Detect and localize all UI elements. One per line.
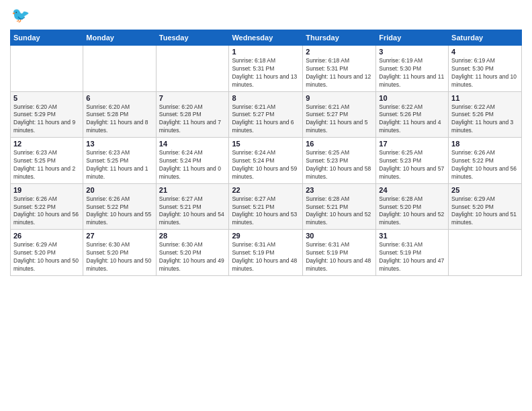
day-info: Sunrise: 6:20 AM Sunset: 5:29 PM Dayligh…	[13, 103, 80, 136]
calendar-header-row: SundayMondayTuesdayWednesdayThursdayFrid…	[11, 30, 522, 46]
day-number: 4	[451, 48, 519, 56]
day-info: Sunrise: 6:31 AM Sunset: 5:19 PM Dayligh…	[232, 241, 300, 273]
day-info: Sunrise: 6:20 AM Sunset: 5:28 PM Dayligh…	[86, 103, 152, 136]
day-info: Sunrise: 6:23 AM Sunset: 5:25 PM Dayligh…	[13, 149, 80, 181]
calendar-cell: 2Sunrise: 6:18 AM Sunset: 5:31 PM Daylig…	[303, 46, 376, 92]
day-info: Sunrise: 6:25 AM Sunset: 5:23 PM Dayligh…	[306, 149, 373, 181]
calendar-cell: 29Sunrise: 6:31 AM Sunset: 5:19 PM Dayli…	[229, 230, 303, 276]
day-info: Sunrise: 6:29 AM Sunset: 5:20 PM Dayligh…	[13, 241, 80, 273]
day-number: 30	[306, 232, 373, 240]
day-number: 17	[379, 140, 445, 148]
day-info: Sunrise: 6:21 AM Sunset: 5:27 PM Dayligh…	[306, 103, 373, 136]
day-number: 25	[451, 186, 519, 194]
calendar-cell: 4Sunrise: 6:19 AM Sunset: 5:30 PM Daylig…	[449, 46, 522, 92]
day-number: 9	[306, 94, 373, 102]
day-info: Sunrise: 6:29 AM Sunset: 5:20 PM Dayligh…	[451, 195, 519, 228]
weekday-header: Friday	[376, 30, 449, 46]
calendar-week-row: 1Sunrise: 6:18 AM Sunset: 5:31 PM Daylig…	[11, 46, 522, 92]
calendar-week-row: 19Sunrise: 6:26 AM Sunset: 5:22 PM Dayli…	[11, 183, 522, 230]
day-info: Sunrise: 6:22 AM Sunset: 5:26 PM Dayligh…	[451, 103, 519, 136]
day-info: Sunrise: 6:31 AM Sunset: 5:19 PM Dayligh…	[379, 241, 445, 273]
day-number: 28	[159, 232, 226, 240]
day-number: 8	[232, 94, 300, 102]
calendar-cell: 31Sunrise: 6:31 AM Sunset: 5:19 PM Dayli…	[376, 230, 449, 276]
day-info: Sunrise: 6:30 AM Sunset: 5:20 PM Dayligh…	[86, 241, 152, 273]
calendar-cell: 19Sunrise: 6:26 AM Sunset: 5:22 PM Dayli…	[11, 183, 83, 230]
calendar-cell: 12Sunrise: 6:23 AM Sunset: 5:25 PM Dayli…	[11, 138, 83, 184]
calendar-week-row: 12Sunrise: 6:23 AM Sunset: 5:25 PM Dayli…	[11, 138, 522, 184]
day-number: 3	[379, 48, 445, 56]
calendar-cell: 3Sunrise: 6:19 AM Sunset: 5:30 PM Daylig…	[376, 46, 449, 92]
weekday-header: Tuesday	[156, 30, 229, 46]
calendar-cell: 23Sunrise: 6:28 AM Sunset: 5:21 PM Dayli…	[303, 183, 376, 230]
calendar-cell: 10Sunrise: 6:22 AM Sunset: 5:26 PM Dayli…	[376, 91, 449, 138]
calendar-cell: 24Sunrise: 6:28 AM Sunset: 5:20 PM Dayli…	[376, 183, 449, 230]
calendar-cell: 8Sunrise: 6:21 AM Sunset: 5:27 PM Daylig…	[229, 91, 303, 138]
day-info: Sunrise: 6:22 AM Sunset: 5:26 PM Dayligh…	[379, 103, 445, 136]
day-number: 20	[86, 186, 152, 194]
calendar-cell: 26Sunrise: 6:29 AM Sunset: 5:20 PM Dayli…	[11, 230, 83, 276]
day-info: Sunrise: 6:20 AM Sunset: 5:28 PM Dayligh…	[159, 103, 226, 136]
calendar-cell: 21Sunrise: 6:27 AM Sunset: 5:21 PM Dayli…	[156, 183, 229, 230]
calendar-cell: 27Sunrise: 6:30 AM Sunset: 5:20 PM Dayli…	[83, 230, 156, 276]
calendar-cell: 17Sunrise: 6:25 AM Sunset: 5:23 PM Dayli…	[376, 138, 449, 184]
weekday-header: Saturday	[449, 30, 522, 46]
day-info: Sunrise: 6:19 AM Sunset: 5:30 PM Dayligh…	[379, 57, 445, 89]
calendar-week-row: 26Sunrise: 6:29 AM Sunset: 5:20 PM Dayli…	[11, 230, 522, 276]
day-info: Sunrise: 6:25 AM Sunset: 5:23 PM Dayligh…	[379, 149, 445, 181]
day-info: Sunrise: 6:26 AM Sunset: 5:22 PM Dayligh…	[13, 195, 80, 228]
weekday-header: Thursday	[303, 30, 376, 46]
calendar-cell: 22Sunrise: 6:27 AM Sunset: 5:21 PM Dayli…	[229, 183, 303, 230]
day-number: 7	[159, 94, 226, 102]
calendar-cell	[83, 46, 156, 92]
day-number: 2	[306, 48, 373, 56]
day-number: 19	[13, 186, 80, 194]
day-number: 22	[232, 186, 300, 194]
day-info: Sunrise: 6:31 AM Sunset: 5:19 PM Dayligh…	[306, 241, 373, 273]
calendar-table: SundayMondayTuesdayWednesdayThursdayFrid…	[10, 30, 522, 276]
day-info: Sunrise: 6:28 AM Sunset: 5:20 PM Dayligh…	[379, 195, 445, 228]
calendar-week-row: 5Sunrise: 6:20 AM Sunset: 5:29 PM Daylig…	[11, 91, 522, 138]
day-number: 29	[232, 232, 300, 240]
calendar-cell: 6Sunrise: 6:20 AM Sunset: 5:28 PM Daylig…	[83, 91, 156, 138]
calendar-cell: 20Sunrise: 6:26 AM Sunset: 5:22 PM Dayli…	[83, 183, 156, 230]
calendar-cell: 14Sunrise: 6:24 AM Sunset: 5:24 PM Dayli…	[156, 138, 229, 184]
day-number: 18	[451, 140, 519, 148]
day-info: Sunrise: 6:24 AM Sunset: 5:24 PM Dayligh…	[232, 149, 300, 181]
day-number: 13	[86, 140, 152, 148]
logo: 🐦	[10, 7, 30, 24]
calendar-cell	[156, 46, 229, 92]
calendar-cell: 15Sunrise: 6:24 AM Sunset: 5:24 PM Dayli…	[229, 138, 303, 184]
day-info: Sunrise: 6:23 AM Sunset: 5:25 PM Dayligh…	[86, 149, 152, 181]
calendar-cell: 18Sunrise: 6:26 AM Sunset: 5:22 PM Dayli…	[449, 138, 522, 184]
day-number: 23	[306, 186, 373, 194]
calendar-cell: 13Sunrise: 6:23 AM Sunset: 5:25 PM Dayli…	[83, 138, 156, 184]
day-number: 16	[306, 140, 373, 148]
day-info: Sunrise: 6:30 AM Sunset: 5:20 PM Dayligh…	[159, 241, 226, 273]
calendar-cell: 28Sunrise: 6:30 AM Sunset: 5:20 PM Dayli…	[156, 230, 229, 276]
weekday-header: Wednesday	[229, 30, 303, 46]
day-info: Sunrise: 6:28 AM Sunset: 5:21 PM Dayligh…	[306, 195, 373, 228]
day-number: 10	[379, 94, 445, 102]
day-number: 12	[13, 140, 80, 148]
day-number: 15	[232, 140, 300, 148]
logo-bird-icon: 🐦	[11, 7, 30, 24]
calendar-cell: 30Sunrise: 6:31 AM Sunset: 5:19 PM Dayli…	[303, 230, 376, 276]
calendar-cell	[449, 230, 522, 276]
day-number: 24	[379, 186, 445, 194]
day-info: Sunrise: 6:26 AM Sunset: 5:22 PM Dayligh…	[451, 149, 519, 181]
calendar-cell: 25Sunrise: 6:29 AM Sunset: 5:20 PM Dayli…	[449, 183, 522, 230]
day-number: 31	[379, 232, 445, 240]
day-info: Sunrise: 6:26 AM Sunset: 5:22 PM Dayligh…	[86, 195, 152, 228]
day-number: 14	[159, 140, 226, 148]
day-number: 11	[451, 94, 519, 102]
page-header: 🐦	[10, 7, 522, 24]
calendar-cell: 5Sunrise: 6:20 AM Sunset: 5:29 PM Daylig…	[11, 91, 83, 138]
day-number: 27	[86, 232, 152, 240]
calendar-cell: 7Sunrise: 6:20 AM Sunset: 5:28 PM Daylig…	[156, 91, 229, 138]
day-number: 21	[159, 186, 226, 194]
day-info: Sunrise: 6:18 AM Sunset: 5:31 PM Dayligh…	[232, 57, 300, 89]
calendar-cell	[11, 46, 83, 92]
calendar-cell: 16Sunrise: 6:25 AM Sunset: 5:23 PM Dayli…	[303, 138, 376, 184]
day-number: 6	[86, 94, 152, 102]
